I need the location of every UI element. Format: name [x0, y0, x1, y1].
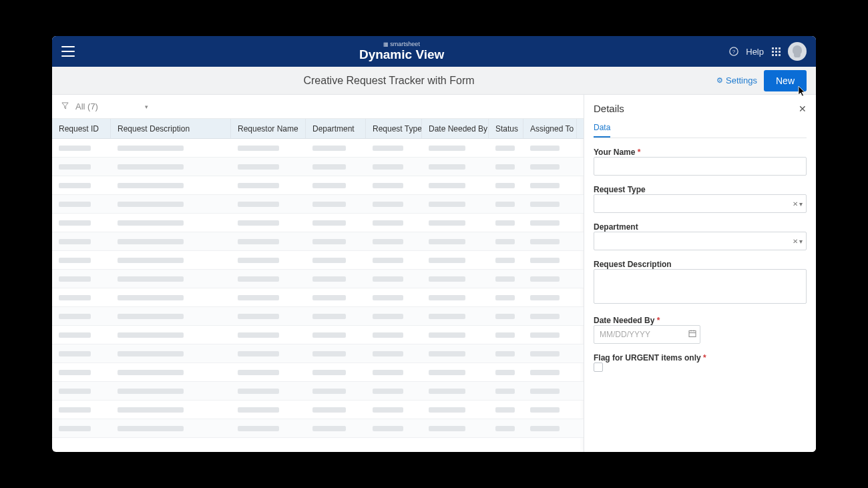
- clear-icon[interactable]: ✕: [793, 200, 798, 208]
- chevron-down-icon[interactable]: ▾: [799, 238, 803, 245]
- app-window: smartsheet Dynamic View ? Help Creative …: [52, 36, 816, 452]
- table-cell: [111, 220, 231, 226]
- table-cell: [306, 220, 366, 226]
- table-cell: [422, 276, 489, 282]
- table-cell: [422, 332, 489, 338]
- table-cell: [306, 407, 366, 413]
- table-cell: [231, 146, 306, 151]
- help-label[interactable]: Help: [746, 47, 764, 57]
- apps-icon[interactable]: [771, 46, 781, 57]
- table-cell: [422, 258, 489, 263]
- filter-bar: All (7) ▾: [52, 95, 584, 119]
- new-button[interactable]: New: [764, 70, 807, 91]
- table-cell: [422, 314, 489, 319]
- avatar[interactable]: [788, 42, 807, 61]
- close-icon[interactable]: ✕: [799, 103, 807, 114]
- table-cell: [422, 183, 489, 188]
- chevron-down-icon[interactable]: ▾: [799, 200, 803, 208]
- table-cell: [489, 258, 523, 263]
- calendar-icon[interactable]: [688, 330, 696, 340]
- your-name-input[interactable]: [594, 157, 807, 176]
- table-row[interactable]: [52, 288, 584, 307]
- table-cell: [306, 370, 366, 375]
- table-area: All (7) ▾ Request IDRequest DescriptionR…: [52, 95, 584, 452]
- department-select[interactable]: [594, 232, 807, 250]
- column-header[interactable]: Requestor Name: [231, 119, 306, 138]
- table-row[interactable]: [52, 419, 584, 438]
- table-cell: [523, 202, 577, 207]
- table-cell: [231, 239, 306, 244]
- table-cell: [231, 426, 306, 431]
- table-cell: [231, 389, 306, 394]
- top-bar: smartsheet Dynamic View ? Help: [52, 36, 816, 67]
- table-row[interactable]: [52, 232, 584, 251]
- chevron-down-icon[interactable]: ▾: [145, 103, 148, 110]
- table-cell: [523, 407, 577, 413]
- column-header[interactable]: Request Type: [366, 119, 422, 138]
- urgent-flag-label: Flag for URGENT items only: [594, 353, 701, 362]
- table-cell: [306, 295, 366, 300]
- table-cell: [231, 164, 306, 170]
- table-row[interactable]: [52, 326, 584, 344]
- table-cell: [111, 239, 231, 244]
- table-cell: [231, 295, 306, 300]
- table-cell: [52, 332, 111, 338]
- field-date-needed: Date Needed By *: [594, 316, 807, 344]
- table-row[interactable]: [52, 363, 584, 382]
- table-cell: [52, 239, 111, 244]
- table-cell: [111, 389, 231, 394]
- table-row[interactable]: [52, 176, 584, 195]
- table-cell: [111, 407, 231, 413]
- required-marker: *: [703, 353, 706, 362]
- table-row[interactable]: [52, 214, 584, 232]
- table-cell: [523, 370, 577, 375]
- request-description-input[interactable]: [594, 269, 807, 304]
- table-cell: [111, 202, 231, 207]
- request-type-select[interactable]: [594, 194, 807, 213]
- column-header[interactable]: Request Description: [111, 119, 231, 138]
- filter-dropdown[interactable]: All (7): [75, 101, 98, 111]
- table-row[interactable]: [52, 251, 584, 270]
- column-header[interactable]: Status: [489, 119, 523, 138]
- urgent-flag-checkbox[interactable]: [594, 362, 603, 372]
- table-row[interactable]: [52, 158, 584, 176]
- table-cell: [489, 220, 523, 226]
- table-cell: [306, 332, 366, 338]
- column-header[interactable]: Date Needed By: [422, 119, 489, 138]
- table-row[interactable]: [52, 270, 584, 288]
- column-header[interactable]: Assigned To: [523, 119, 577, 138]
- field-your-name: Your Name *: [594, 148, 807, 176]
- table-cell: [422, 389, 489, 394]
- table-row[interactable]: [52, 139, 584, 158]
- request-type-label: Request Type: [594, 185, 807, 194]
- table-row[interactable]: [52, 382, 584, 401]
- table-cell: [366, 426, 422, 431]
- table-cell: [489, 389, 523, 394]
- table-cell: [52, 146, 111, 151]
- table-row[interactable]: [52, 401, 584, 419]
- table-cell: [523, 146, 577, 151]
- table-cell: [366, 258, 422, 263]
- table-cell: [489, 370, 523, 375]
- settings-link[interactable]: ⚙ Settings: [716, 75, 757, 85]
- table-cell: [366, 220, 422, 226]
- clear-icon[interactable]: ✕: [793, 238, 798, 245]
- table-row[interactable]: [52, 344, 584, 363]
- filter-icon[interactable]: [61, 102, 69, 111]
- table-cell: [422, 407, 489, 413]
- help-icon[interactable]: ?: [728, 46, 739, 57]
- table-cell: [111, 183, 231, 188]
- table-cell: [523, 258, 577, 263]
- table-cell: [306, 389, 366, 394]
- table-cell: [489, 276, 523, 282]
- table-cell: [306, 146, 366, 151]
- table-cell: [366, 239, 422, 244]
- table-cell: [52, 426, 111, 431]
- table-row[interactable]: [52, 195, 584, 214]
- table-row[interactable]: [52, 307, 584, 326]
- date-needed-input[interactable]: [594, 325, 700, 344]
- menu-icon[interactable]: [61, 46, 75, 57]
- column-header[interactable]: Department: [306, 119, 366, 138]
- tab-data[interactable]: Data: [594, 123, 610, 138]
- column-header[interactable]: Request ID: [52, 119, 111, 138]
